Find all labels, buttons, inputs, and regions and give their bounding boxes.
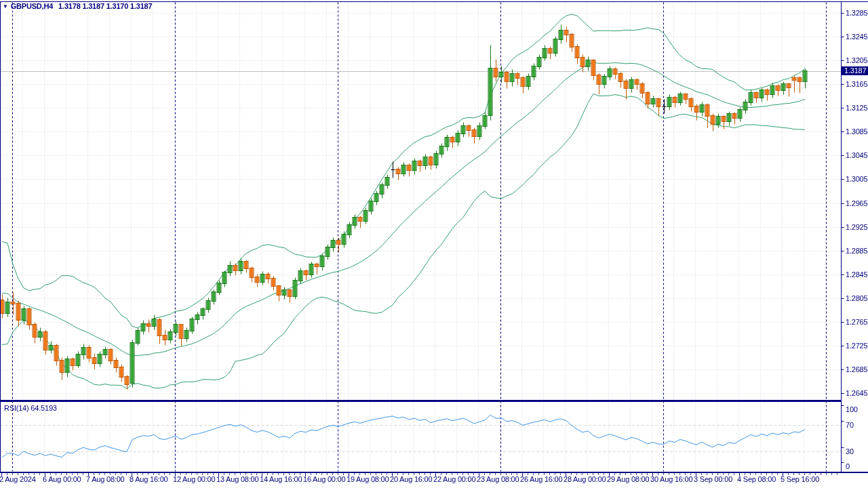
price-tick-label: 1.3085 — [846, 127, 867, 136]
price-tick-label: 1.3285 — [846, 9, 867, 17]
rsi-scale-label: 70 — [846, 421, 854, 429]
price-tick-label: 1.3205 — [846, 56, 867, 64]
price-tick-label: 1.2645 — [846, 389, 867, 397]
symbol-period-label: GBPUSD,H4 — [11, 2, 53, 10]
time-tick-label: 3 Sep 00:00 — [694, 475, 732, 483]
time-tick-label: 5 Sep 16:00 — [781, 475, 819, 483]
time-tick-label: 28 Aug 00:00 — [564, 475, 606, 483]
rsi-scale-label: 100 — [846, 405, 858, 413]
current-price-badge: 1.3187 — [842, 66, 868, 75]
rsi-scale-label: 0 — [846, 462, 850, 470]
price-tick-label: 1.2765 — [846, 318, 867, 326]
rsi-scale-label: 30 — [846, 447, 854, 455]
symbol-dropdown-icon[interactable]: ▼ — [3, 3, 8, 9]
time-tick-label: 23 Aug 08:00 — [477, 475, 519, 483]
chart-canvas[interactable] — [0, 0, 868, 488]
price-tick-label: 1.2965 — [846, 199, 867, 207]
time-tick-label: 20 Aug 16:00 — [390, 475, 432, 483]
price-tick-label: 1.3125 — [846, 104, 867, 112]
price-tick-label: 1.2925 — [846, 223, 867, 231]
time-tick-label: 6 Aug 00:00 — [43, 475, 81, 483]
ohlc-summary-label: 1.3178 1.3187 1.3170 1.3187 — [58, 2, 152, 10]
price-tick-label: 1.2845 — [846, 270, 867, 279]
time-tick-label: 12 Aug 00:00 — [173, 475, 215, 483]
time-axis[interactable]: 2 Aug 20246 Aug 00:007 Aug 08:008 Aug 16… — [0, 472, 868, 488]
indicator-label: RSI(14) 64.5193 — [4, 404, 57, 412]
price-tick-label: 1.2885 — [846, 247, 867, 255]
time-tick-label: 8 Aug 16:00 — [130, 475, 168, 483]
time-tick-label: 2 Aug 2024 — [0, 475, 36, 483]
time-tick-label: 4 Sep 08:00 — [737, 475, 776, 483]
time-tick-label: 19 Aug 08:00 — [347, 475, 389, 483]
time-tick-label: 26 Aug 16:00 — [520, 475, 562, 483]
price-tick-label: 1.3005 — [846, 175, 867, 183]
time-tick-label: 7 Aug 08:00 — [86, 475, 125, 483]
chart-window: ▼GBPUSD,H41.3178 1.3187 1.3170 1.3187 RS… — [0, 0, 868, 488]
price-tick-label: 1.2685 — [846, 365, 867, 373]
price-tick-label: 1.2805 — [846, 294, 867, 302]
price-tick-label: 1.3165 — [846, 80, 867, 88]
time-tick-label: 16 Aug 00:00 — [303, 475, 345, 483]
time-tick-label: 13 Aug 08:00 — [216, 475, 258, 483]
time-tick-label: 29 Aug 08:00 — [607, 475, 649, 483]
time-tick-label: 14 Aug 16:00 — [260, 475, 302, 483]
price-tick-label: 1.2725 — [846, 342, 867, 350]
price-tick-label: 1.3245 — [846, 33, 867, 41]
chart-title: ▼GBPUSD,H41.3178 1.3187 1.3170 1.3187 — [3, 2, 152, 11]
rsi-scale-axis[interactable]: 10070300 — [841, 401, 868, 472]
price-axis[interactable]: 1.32851.32451.32051.31651.31251.30851.30… — [841, 0, 868, 401]
time-tick-label: 30 Aug 16:00 — [650, 475, 692, 483]
price-tick-label: 1.3045 — [846, 151, 867, 159]
time-tick-label: 22 Aug 00:00 — [433, 475, 475, 483]
